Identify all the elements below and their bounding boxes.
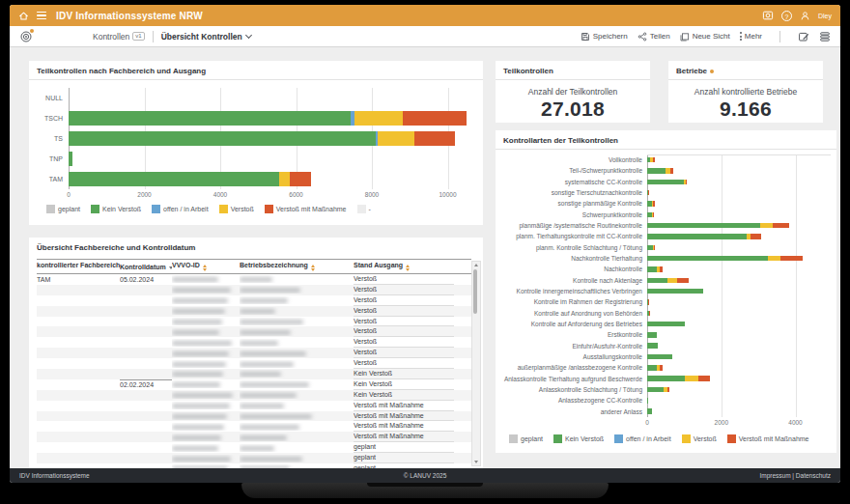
new-view-button[interactable]: Neue Sicht xyxy=(680,32,730,42)
table-row[interactable]: Kein Verstoß xyxy=(37,390,471,401)
bar-segment[interactable] xyxy=(647,234,747,239)
scroll-down-icon[interactable] xyxy=(474,461,478,463)
bar-segment[interactable] xyxy=(647,343,658,349)
table-scrollbar[interactable] xyxy=(471,261,481,466)
more-button[interactable]: Mehr xyxy=(740,32,762,41)
bar-segment[interactable] xyxy=(667,387,669,393)
table-row[interactable]: Verstoß xyxy=(37,306,471,317)
bar-segment[interactable] xyxy=(686,180,687,185)
breadcrumb-module[interactable]: Kontrollen xyxy=(93,32,129,42)
bar-segment[interactable] xyxy=(698,376,710,381)
bar-segment[interactable] xyxy=(667,278,677,284)
save-button[interactable]: Speichern xyxy=(581,32,628,42)
screenshot-icon[interactable] xyxy=(762,10,774,21)
bar-segment[interactable] xyxy=(647,266,657,272)
bar-segment[interactable] xyxy=(647,408,652,414)
legend-item[interactable]: geplant xyxy=(46,205,80,213)
dashboard-target-icon[interactable] xyxy=(19,30,33,43)
bar-segment[interactable] xyxy=(69,152,72,166)
legend-item[interactable]: Verstoß xyxy=(682,434,717,443)
bar-segment[interactable] xyxy=(670,168,674,174)
bar-segment[interactable] xyxy=(647,387,664,393)
legend-item[interactable]: Verstoß mit Maßnahme xyxy=(727,434,809,443)
column-header-sort[interactable]: VVVO-ID xyxy=(172,262,240,271)
table-row[interactable]: geplant xyxy=(37,442,471,453)
help-icon[interactable]: ? xyxy=(781,11,792,21)
home-icon[interactable] xyxy=(18,11,29,21)
column-header-sort[interactable]: Kontrolldatum xyxy=(120,264,172,270)
bar-segment[interactable] xyxy=(654,245,655,251)
bar-segment[interactable] xyxy=(751,234,760,239)
bar-segment[interactable] xyxy=(760,223,773,229)
bar-segment[interactable] xyxy=(647,332,657,338)
data-rows-icon[interactable] xyxy=(819,31,831,42)
table-row[interactable]: Verstoß xyxy=(37,348,471,358)
bar-segment[interactable] xyxy=(647,223,760,229)
legend-item[interactable]: Verstoß mit Maßnahme xyxy=(265,205,347,213)
table-row[interactable]: Verstoß xyxy=(37,317,471,327)
share-button[interactable]: Teilen xyxy=(638,32,670,42)
bar-segment[interactable] xyxy=(647,289,703,294)
scrollbar-thumb[interactable] xyxy=(473,269,477,314)
bar-segment[interactable] xyxy=(660,266,662,272)
table-row[interactable]: Verstoß xyxy=(37,285,471,295)
table-row[interactable]: 02.02.2024Kein Verstoß xyxy=(37,379,471,390)
bar-segment[interactable] xyxy=(647,376,685,381)
bar-segment[interactable] xyxy=(279,172,291,186)
bar-segment[interactable] xyxy=(647,180,684,185)
table-row[interactable]: Verstoß xyxy=(37,358,471,369)
menu-icon[interactable] xyxy=(37,12,46,19)
legend-item[interactable]: Verstoß xyxy=(219,205,254,213)
bar-segment[interactable] xyxy=(647,354,672,360)
view-selector[interactable]: Übersicht Kontrollen xyxy=(161,32,242,42)
table-row[interactable]: Verstoß mit Maßnahme xyxy=(37,432,471,442)
bar-segment[interactable] xyxy=(414,131,455,146)
column-header-sort[interactable]: Stand Ausgang xyxy=(354,262,454,271)
bar-segment[interactable] xyxy=(403,111,467,126)
user-icon[interactable] xyxy=(800,11,810,21)
column-header-sort[interactable]: kontrollierter Fachbereich xyxy=(37,262,120,271)
bar-segment[interactable] xyxy=(647,322,685,327)
table-row[interactable]: TAM05.02.2024Verstoß xyxy=(37,274,471,285)
bar-segment[interactable] xyxy=(780,256,803,262)
scroll-up-icon[interactable] xyxy=(474,264,478,266)
bar-segment[interactable] xyxy=(69,131,376,146)
table-row[interactable]: Verstoß xyxy=(37,295,471,306)
column-header-sort[interactable]: Betriebsbezeichnung xyxy=(240,262,354,271)
legend-item[interactable]: Kein Verstoß xyxy=(553,434,604,443)
bar-segment[interactable] xyxy=(649,311,650,317)
table-row[interactable]: Verstoß xyxy=(37,337,471,348)
bar-segment[interactable] xyxy=(648,190,649,196)
legend-item[interactable]: offen / in Arbeit xyxy=(614,434,671,443)
table-row[interactable]: Verstoß mit Maßnahme xyxy=(37,401,471,411)
edit-notes-icon[interactable] xyxy=(798,31,809,42)
legend-item[interactable]: Kein Verstoß xyxy=(91,205,141,213)
bar-segment[interactable] xyxy=(290,172,311,186)
bar-segment[interactable] xyxy=(685,376,698,381)
bar-segment[interactable] xyxy=(647,256,768,262)
table-row[interactable]: Kein Verstoß xyxy=(37,369,471,379)
bar-segment[interactable] xyxy=(69,111,351,126)
bar-segment[interactable] xyxy=(647,168,666,174)
table-row[interactable]: Verstoß mit Maßnahme xyxy=(37,411,471,422)
chevron-down-icon[interactable] xyxy=(245,32,252,39)
bar-segment[interactable] xyxy=(677,278,690,284)
bar-segment[interactable] xyxy=(660,365,663,371)
bar-segment[interactable] xyxy=(647,365,657,371)
bar-segment[interactable] xyxy=(354,111,403,126)
table-row[interactable]: Verstoß mit Maßnahme xyxy=(37,421,471,432)
username[interactable]: Dley xyxy=(818,13,832,19)
bar-segment[interactable] xyxy=(647,278,667,284)
table-row[interactable]: geplant xyxy=(37,453,471,463)
bar-segment[interactable] xyxy=(653,201,655,207)
legend-item[interactable]: offen / in Arbeit xyxy=(152,205,209,213)
bar-segment[interactable] xyxy=(69,172,279,186)
legend-item[interactable]: - xyxy=(357,205,371,213)
bar-segment[interactable] xyxy=(378,131,414,146)
bar-segment[interactable] xyxy=(773,223,789,229)
legend-item[interactable]: geplant xyxy=(509,434,543,443)
bar-segment[interactable] xyxy=(653,212,654,218)
bar-segment[interactable] xyxy=(647,398,648,404)
table-row[interactable]: Verstoß xyxy=(37,326,471,337)
bar-segment[interactable] xyxy=(653,157,656,163)
